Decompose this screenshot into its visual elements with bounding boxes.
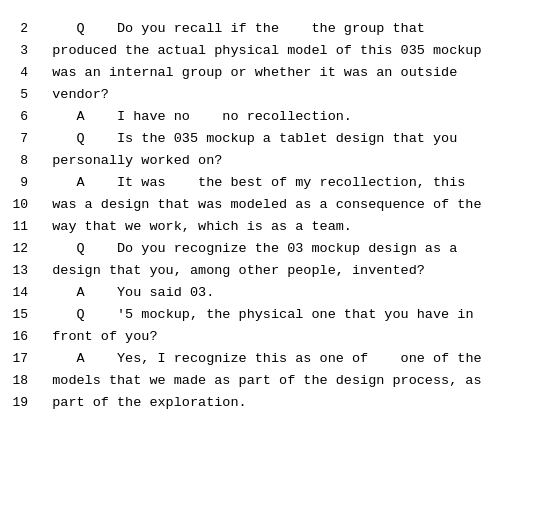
line-number: 2: [8, 18, 36, 40]
line-text: A It was the best of my recollection, th…: [36, 172, 552, 194]
transcript-line: 3 produced the actual physical model of …: [0, 40, 560, 62]
line-number: 16: [8, 326, 36, 348]
line-number: 18: [8, 370, 36, 392]
line-number: 8: [8, 150, 36, 172]
transcript-line: 9 A It was the best of my recollection, …: [0, 172, 560, 194]
transcript-line: 18 models that we made as part of the de…: [0, 370, 560, 392]
line-number: 6: [8, 106, 36, 128]
transcript-line: 7 Q Is the 035 mockup a tablet design th…: [0, 128, 560, 150]
line-text: personally worked on?: [36, 150, 552, 172]
line-number: 9: [8, 172, 36, 194]
transcript-line: 13 design that you, among other people, …: [0, 260, 560, 282]
line-number: 11: [8, 216, 36, 238]
line-text: Q Is the 035 mockup a tablet design that…: [36, 128, 552, 150]
transcript-line: 6 A I have no no recollection.: [0, 106, 560, 128]
transcript-line: 2 Q Do you recall if the the group that: [0, 18, 560, 40]
transcript-line: 17 A Yes, I recognize this as one of one…: [0, 348, 560, 370]
line-text: A I have no no recollection.: [36, 106, 552, 128]
transcript-line: 11 way that we work, which is as a team.: [0, 216, 560, 238]
line-text: part of the exploration.: [36, 392, 552, 414]
line-number: 15: [8, 304, 36, 326]
line-number: 5: [8, 84, 36, 106]
line-number: 3: [8, 40, 36, 62]
line-text: vendor?: [36, 84, 552, 106]
line-text: Q '5 mockup, the physical one that you h…: [36, 304, 552, 326]
line-text: A You said 03.: [36, 282, 552, 304]
line-number: 17: [8, 348, 36, 370]
line-text: way that we work, which is as a team.: [36, 216, 552, 238]
transcript-line: 14 A You said 03.: [0, 282, 560, 304]
transcript-line: 16 front of you?: [0, 326, 560, 348]
line-text: was an internal group or whether it was …: [36, 62, 552, 84]
transcript-line: 12 Q Do you recognize the 03 mockup desi…: [0, 238, 560, 260]
line-number: 19: [8, 392, 36, 414]
transcript-line: 4 was an internal group or whether it wa…: [0, 62, 560, 84]
line-text: design that you, among other people, inv…: [36, 260, 552, 282]
line-text: was a design that was modeled as a conse…: [36, 194, 552, 216]
line-number: 4: [8, 62, 36, 84]
transcript-line: 5 vendor?: [0, 84, 560, 106]
line-number: 7: [8, 128, 36, 150]
line-number: 12: [8, 238, 36, 260]
line-text: Q Do you recall if the the group that: [36, 18, 552, 40]
transcript-line: 15 Q '5 mockup, the physical one that yo…: [0, 304, 560, 326]
line-text: Q Do you recognize the 03 mockup design …: [36, 238, 552, 260]
transcript-line: 19 part of the exploration.: [0, 392, 560, 414]
line-number: 10: [8, 194, 36, 216]
transcript-line: 10 was a design that was modeled as a co…: [0, 194, 560, 216]
line-number: 13: [8, 260, 36, 282]
line-text: models that we made as part of the desig…: [36, 370, 552, 392]
line-text: front of you?: [36, 326, 552, 348]
transcript: 2 Q Do you recall if the the group that3…: [0, 10, 560, 422]
line-text: A Yes, I recognize this as one of one of…: [36, 348, 552, 370]
line-number: 14: [8, 282, 36, 304]
line-text: produced the actual physical model of th…: [36, 40, 552, 62]
transcript-line: 8 personally worked on?: [0, 150, 560, 172]
